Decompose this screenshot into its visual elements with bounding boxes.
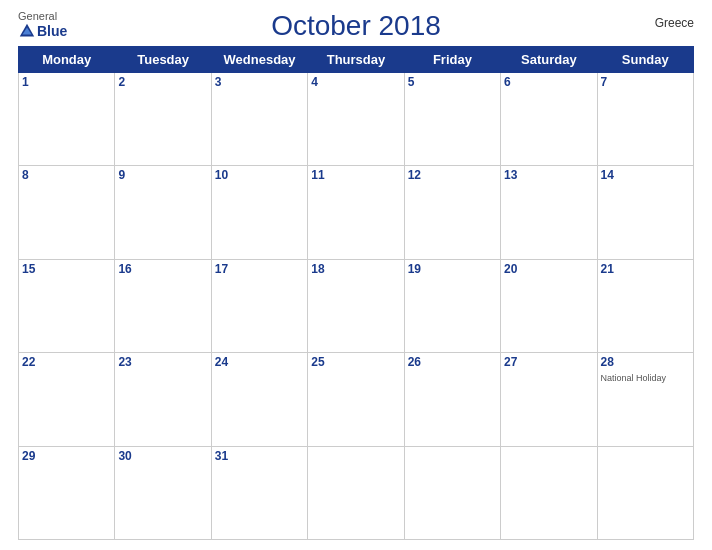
day-number: 28 [601,355,690,371]
day-cell: 27 [501,353,597,446]
logo-general-text: General [18,10,57,22]
day-cell: 4 [308,73,404,166]
day-cell: 28National Holiday [597,353,693,446]
day-number: 7 [601,75,690,91]
general-label: General [18,10,57,22]
day-cell: 17 [211,259,307,352]
week-row-2: 891011121314 [19,166,694,259]
header-thursday: Thursday [308,47,404,73]
day-cell: 6 [501,73,597,166]
day-number: 9 [118,168,207,184]
week-row-1: 1234567 [19,73,694,166]
day-number: 15 [22,262,111,278]
day-event: National Holiday [601,373,690,385]
week-row-3: 15161718192021 [19,259,694,352]
header-monday: Monday [19,47,115,73]
week-row-5: 293031 [19,446,694,539]
day-cell: 26 [404,353,500,446]
day-cell: 3 [211,73,307,166]
day-number: 6 [504,75,593,91]
day-number: 27 [504,355,593,371]
day-number: 11 [311,168,400,184]
day-cell [501,446,597,539]
country-label: Greece [655,16,694,30]
day-number: 14 [601,168,690,184]
day-number: 8 [22,168,111,184]
day-cell [597,446,693,539]
logo-area: General Blue [18,10,67,40]
day-cell: 15 [19,259,115,352]
day-cell: 21 [597,259,693,352]
day-number: 20 [504,262,593,278]
day-number: 13 [504,168,593,184]
day-number: 4 [311,75,400,91]
calendar-table: Monday Tuesday Wednesday Thursday Friday… [18,46,694,540]
calendar-header: General Blue October 2018 Greece [18,10,694,42]
day-cell: 16 [115,259,211,352]
day-cell: 14 [597,166,693,259]
day-number: 17 [215,262,304,278]
day-number: 24 [215,355,304,371]
day-cell: 25 [308,353,404,446]
day-number: 22 [22,355,111,371]
day-cell: 11 [308,166,404,259]
day-cell: 31 [211,446,307,539]
day-cell: 13 [501,166,597,259]
day-cell: 20 [501,259,597,352]
day-number: 1 [22,75,111,91]
day-cell: 2 [115,73,211,166]
day-cell: 1 [19,73,115,166]
day-number: 21 [601,262,690,278]
day-cell [404,446,500,539]
weekday-header-row: Monday Tuesday Wednesday Thursday Friday… [19,47,694,73]
day-number: 16 [118,262,207,278]
day-number: 5 [408,75,497,91]
day-cell: 19 [404,259,500,352]
day-number: 25 [311,355,400,371]
day-number: 19 [408,262,497,278]
header-saturday: Saturday [501,47,597,73]
header-friday: Friday [404,47,500,73]
day-number: 2 [118,75,207,91]
day-cell: 9 [115,166,211,259]
day-cell: 24 [211,353,307,446]
day-cell: 30 [115,446,211,539]
day-cell [308,446,404,539]
day-number: 18 [311,262,400,278]
day-cell: 5 [404,73,500,166]
day-number: 23 [118,355,207,371]
day-number: 29 [22,449,111,465]
day-cell: 29 [19,446,115,539]
day-number: 30 [118,449,207,465]
day-cell: 8 [19,166,115,259]
logo-blue-text: Blue [18,22,67,40]
day-cell: 22 [19,353,115,446]
day-number: 31 [215,449,304,465]
day-cell: 18 [308,259,404,352]
header-wednesday: Wednesday [211,47,307,73]
day-cell: 12 [404,166,500,259]
day-number: 12 [408,168,497,184]
calendar-title: October 2018 [271,10,441,42]
day-cell: 23 [115,353,211,446]
logo-icon [18,22,36,40]
day-cell: 10 [211,166,307,259]
day-number: 26 [408,355,497,371]
header-sunday: Sunday [597,47,693,73]
day-cell: 7 [597,73,693,166]
week-row-4: 22232425262728National Holiday [19,353,694,446]
day-number: 10 [215,168,304,184]
day-number: 3 [215,75,304,91]
header-tuesday: Tuesday [115,47,211,73]
